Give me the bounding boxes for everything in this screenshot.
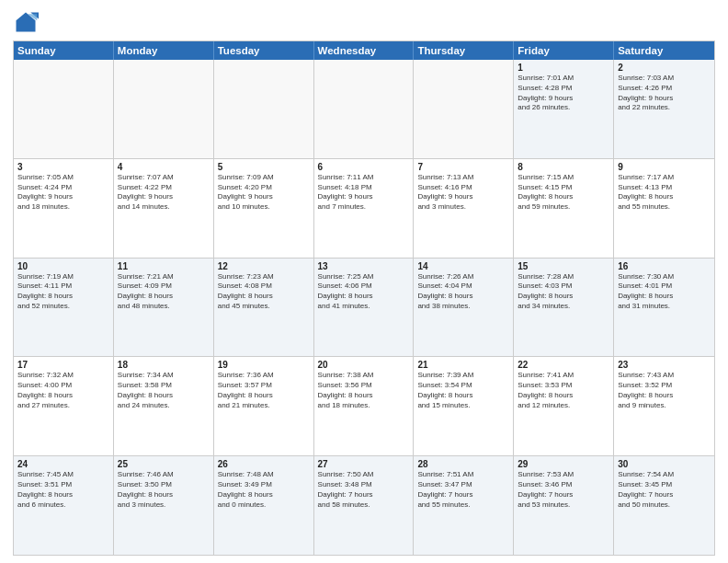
cell-text: Sunrise: 7:53 AM Sunset: 3:46 PM Dayligh…	[518, 470, 609, 510]
cell-text: Sunrise: 7:15 AM Sunset: 4:15 PM Dayligh…	[518, 173, 609, 213]
day-number: 18	[118, 360, 210, 370]
cal-cell-5-3: 26Sunrise: 7:48 AM Sunset: 3:49 PM Dayli…	[214, 456, 314, 555]
day-number: 1	[518, 63, 609, 73]
cal-cell-3-3: 12Sunrise: 7:23 AM Sunset: 4:08 PM Dayli…	[214, 259, 314, 357]
day-number: 17	[17, 360, 109, 370]
cal-cell-3-7: 16Sunrise: 7:30 AM Sunset: 4:01 PM Dayli…	[614, 259, 714, 357]
cal-cell-1-7: 2Sunrise: 7:03 AM Sunset: 4:26 PM Daylig…	[614, 60, 714, 158]
day-number: 20	[318, 360, 410, 370]
logo-icon	[13, 9, 39, 35]
cal-cell-1-1	[14, 60, 114, 158]
cell-text: Sunrise: 7:36 AM Sunset: 3:57 PM Dayligh…	[218, 371, 310, 410]
cal-cell-5-7: 30Sunrise: 7:54 AM Sunset: 3:45 PM Dayli…	[614, 456, 714, 555]
day-number: 12	[218, 261, 310, 271]
cell-text: Sunrise: 7:51 AM Sunset: 3:47 PM Dayligh…	[417, 470, 509, 510]
cal-cell-2-7: 9Sunrise: 7:17 AM Sunset: 4:13 PM Daylig…	[614, 159, 714, 258]
day-number: 24	[17, 459, 109, 469]
cal-cell-4-2: 18Sunrise: 7:34 AM Sunset: 3:58 PM Dayli…	[114, 357, 214, 455]
day-number: 2	[618, 63, 711, 73]
cal-cell-5-4: 27Sunrise: 7:50 AM Sunset: 3:48 PM Dayli…	[314, 456, 415, 555]
calendar: SundayMondayTuesdayWednesdayThursdayFrid…	[13, 40, 715, 556]
cell-text: Sunrise: 7:30 AM Sunset: 4:01 PM Dayligh…	[618, 272, 711, 312]
cal-cell-5-5: 28Sunrise: 7:51 AM Sunset: 3:47 PM Dayli…	[414, 456, 514, 555]
cal-cell-3-4: 13Sunrise: 7:25 AM Sunset: 4:06 PM Dayli…	[314, 259, 415, 357]
cell-text: Sunrise: 7:13 AM Sunset: 4:16 PM Dayligh…	[417, 173, 509, 213]
cal-cell-5-1: 24Sunrise: 7:45 AM Sunset: 3:51 PM Dayli…	[14, 456, 114, 555]
day-number: 21	[417, 360, 509, 370]
cal-cell-4-4: 20Sunrise: 7:38 AM Sunset: 3:56 PM Dayli…	[314, 357, 415, 455]
cell-text: Sunrise: 7:23 AM Sunset: 4:08 PM Dayligh…	[218, 272, 310, 312]
day-number: 11	[118, 261, 210, 271]
week-row-3: 10Sunrise: 7:19 AM Sunset: 4:11 PM Dayli…	[14, 259, 714, 358]
cell-text: Sunrise: 7:26 AM Sunset: 4:04 PM Dayligh…	[417, 272, 509, 312]
cal-cell-1-3	[214, 60, 314, 158]
cal-cell-5-2: 25Sunrise: 7:46 AM Sunset: 3:50 PM Dayli…	[114, 456, 214, 555]
cal-cell-3-5: 14Sunrise: 7:26 AM Sunset: 4:04 PM Dayli…	[414, 259, 514, 357]
cell-text: Sunrise: 7:50 AM Sunset: 3:48 PM Dayligh…	[318, 470, 410, 510]
day-number: 22	[518, 360, 609, 370]
day-number: 25	[118, 459, 210, 469]
day-number: 19	[218, 360, 310, 370]
day-number: 7	[417, 162, 509, 172]
cell-text: Sunrise: 7:46 AM Sunset: 3:50 PM Dayligh…	[118, 470, 210, 510]
cell-text: Sunrise: 7:41 AM Sunset: 3:53 PM Dayligh…	[518, 371, 609, 410]
cell-text: Sunrise: 7:43 AM Sunset: 3:52 PM Dayligh…	[618, 371, 711, 410]
header-day-tuesday: Tuesday	[214, 41, 314, 60]
header-day-friday: Friday	[514, 41, 614, 60]
cell-text: Sunrise: 7:34 AM Sunset: 3:58 PM Dayligh…	[118, 371, 210, 410]
cal-cell-3-6: 15Sunrise: 7:28 AM Sunset: 4:03 PM Dayli…	[514, 259, 614, 357]
calendar-header: SundayMondayTuesdayWednesdayThursdayFrid…	[14, 41, 714, 60]
cell-text: Sunrise: 7:54 AM Sunset: 3:45 PM Dayligh…	[618, 470, 711, 510]
cal-cell-4-1: 17Sunrise: 7:32 AM Sunset: 4:00 PM Dayli…	[14, 357, 114, 455]
logo	[13, 9, 40, 35]
day-number: 15	[518, 261, 609, 271]
cell-text: Sunrise: 7:21 AM Sunset: 4:09 PM Dayligh…	[118, 272, 210, 312]
cell-text: Sunrise: 7:09 AM Sunset: 4:20 PM Dayligh…	[218, 173, 310, 213]
cell-text: Sunrise: 7:28 AM Sunset: 4:03 PM Dayligh…	[518, 272, 609, 312]
header-day-saturday: Saturday	[614, 41, 714, 60]
cal-cell-4-5: 21Sunrise: 7:39 AM Sunset: 3:54 PM Dayli…	[414, 357, 514, 455]
day-number: 14	[417, 261, 509, 271]
page: SundayMondayTuesdayWednesdayThursdayFrid…	[0, 0, 728, 563]
day-number: 28	[417, 459, 509, 469]
header	[13, 9, 715, 35]
day-number: 16	[618, 261, 711, 271]
day-number: 6	[318, 162, 410, 172]
cal-cell-1-5	[414, 60, 514, 158]
header-day-thursday: Thursday	[414, 41, 514, 60]
header-day-sunday: Sunday	[14, 41, 114, 60]
day-number: 26	[218, 459, 310, 469]
cell-text: Sunrise: 7:05 AM Sunset: 4:24 PM Dayligh…	[17, 173, 109, 213]
day-number: 30	[618, 459, 711, 469]
day-number: 5	[218, 162, 310, 172]
day-number: 3	[17, 162, 109, 172]
day-number: 9	[618, 162, 711, 172]
cal-cell-5-6: 29Sunrise: 7:53 AM Sunset: 3:46 PM Dayli…	[514, 456, 614, 555]
day-number: 4	[118, 162, 210, 172]
day-number: 13	[318, 261, 410, 271]
cal-cell-4-6: 22Sunrise: 7:41 AM Sunset: 3:53 PM Dayli…	[514, 357, 614, 455]
cal-cell-2-2: 4Sunrise: 7:07 AM Sunset: 4:22 PM Daylig…	[114, 159, 214, 258]
cal-cell-2-3: 5Sunrise: 7:09 AM Sunset: 4:20 PM Daylig…	[214, 159, 314, 258]
cell-text: Sunrise: 7:17 AM Sunset: 4:13 PM Dayligh…	[618, 173, 711, 213]
cell-text: Sunrise: 7:07 AM Sunset: 4:22 PM Dayligh…	[118, 173, 210, 213]
cal-cell-1-6: 1Sunrise: 7:01 AM Sunset: 4:28 PM Daylig…	[514, 60, 614, 158]
cal-cell-2-6: 8Sunrise: 7:15 AM Sunset: 4:15 PM Daylig…	[514, 159, 614, 258]
cell-text: Sunrise: 7:48 AM Sunset: 3:49 PM Dayligh…	[218, 470, 310, 510]
week-row-1: 1Sunrise: 7:01 AM Sunset: 4:28 PM Daylig…	[14, 60, 714, 159]
cal-cell-4-3: 19Sunrise: 7:36 AM Sunset: 3:57 PM Dayli…	[214, 357, 314, 455]
cell-text: Sunrise: 7:11 AM Sunset: 4:18 PM Dayligh…	[318, 173, 410, 213]
cal-cell-4-7: 23Sunrise: 7:43 AM Sunset: 3:52 PM Dayli…	[614, 357, 714, 455]
cal-cell-2-5: 7Sunrise: 7:13 AM Sunset: 4:16 PM Daylig…	[414, 159, 514, 258]
day-number: 29	[518, 459, 609, 469]
week-row-5: 24Sunrise: 7:45 AM Sunset: 3:51 PM Dayli…	[14, 456, 714, 555]
cell-text: Sunrise: 7:39 AM Sunset: 3:54 PM Dayligh…	[417, 371, 509, 410]
cal-cell-1-4	[314, 60, 415, 158]
cell-text: Sunrise: 7:32 AM Sunset: 4:00 PM Dayligh…	[17, 371, 109, 410]
week-row-2: 3Sunrise: 7:05 AM Sunset: 4:24 PM Daylig…	[14, 159, 714, 259]
cell-text: Sunrise: 7:01 AM Sunset: 4:28 PM Dayligh…	[518, 74, 609, 113]
cell-text: Sunrise: 7:38 AM Sunset: 3:56 PM Dayligh…	[318, 371, 410, 410]
day-number: 27	[318, 459, 410, 469]
cal-cell-3-2: 11Sunrise: 7:21 AM Sunset: 4:09 PM Dayli…	[114, 259, 214, 357]
day-number: 23	[618, 360, 711, 370]
